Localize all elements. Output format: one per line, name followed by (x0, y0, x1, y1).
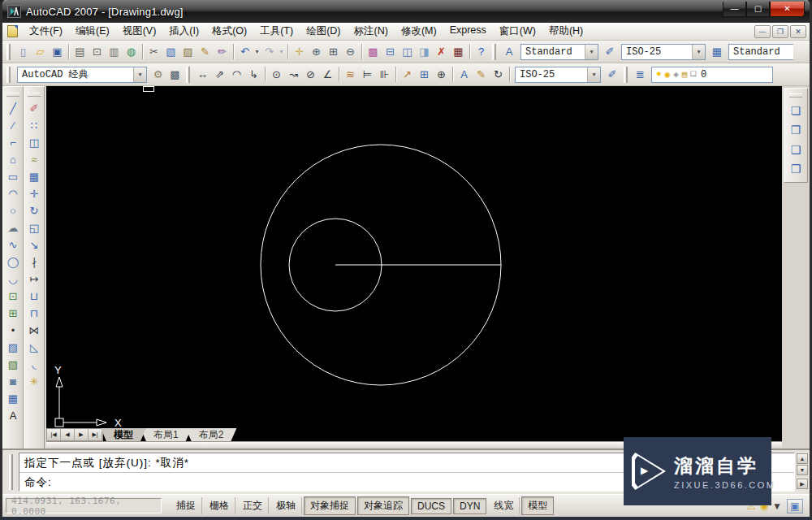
send-under-objects-icon[interactable]: ❒ (788, 159, 805, 179)
dim-arc-length-icon[interactable]: ◠ (228, 66, 245, 83)
tab-prev-button[interactable]: ◀ (61, 429, 75, 440)
publish-icon[interactable]: ▥ (106, 43, 123, 60)
dim-style-combo-2[interactable]: ISO-25 ▼ (515, 67, 601, 83)
gradient-icon[interactable]: ▧ (5, 356, 22, 373)
mdi-minimize-button[interactable]: — (754, 25, 771, 38)
layout-tab[interactable]: 模型 (101, 428, 146, 441)
sheet-set-manager-icon[interactable]: ◨ (416, 43, 433, 60)
plot-icon[interactable]: ▤ (71, 43, 89, 60)
dim-radius-icon[interactable]: ⊙ (268, 66, 285, 83)
copy-object-icon[interactable]: ∷ (26, 117, 43, 134)
mtext-icon[interactable]: A (5, 407, 22, 424)
dim-linear-icon[interactable]: ↔ (194, 66, 211, 83)
undo-dropdown-icon[interactable]: ▾ (253, 43, 261, 60)
menu-item[interactable]: 工具(T) (253, 22, 300, 41)
toolbar-grip[interactable] (6, 67, 11, 83)
point-icon[interactable]: • (5, 322, 22, 339)
status-toggle[interactable]: DUCS (411, 498, 451, 514)
status-toggle[interactable]: 栅格 (204, 497, 235, 514)
rotate-icon[interactable]: ↻ (26, 202, 43, 219)
undo-icon[interactable]: ↶ (236, 43, 253, 60)
scroll-down-icon[interactable]: ▼ (797, 465, 808, 475)
construction-line-icon[interactable]: ∕ (5, 117, 22, 134)
publish-web-icon[interactable]: ◍ (123, 43, 140, 60)
cut-icon[interactable]: ✂ (145, 43, 162, 60)
dim-text-edit-icon[interactable]: ✎ (473, 66, 490, 83)
redo-dropdown-icon[interactable]: ▾ (278, 43, 285, 60)
dim-style-icon[interactable]: ✐ (603, 66, 621, 83)
layout-tab[interactable]: 布局1 (140, 428, 192, 441)
menu-item[interactable]: 修改(M) (395, 22, 443, 41)
rectangle-icon[interactable]: ▭ (5, 168, 22, 185)
help-icon[interactable]: ? (473, 43, 490, 60)
status-toggle[interactable]: 极轴 (270, 497, 302, 514)
tab-last-button[interactable]: ▶| (89, 429, 102, 440)
dim-jogged-icon[interactable]: ↝ (285, 66, 302, 83)
minimize-button[interactable]: — (723, 2, 746, 17)
ellipse-arc-icon[interactable]: ◡ (5, 271, 22, 288)
layer-on-icon[interactable]: ● (656, 69, 662, 80)
hatch-icon[interactable]: ▨ (5, 339, 22, 356)
workspace-settings-icon[interactable]: ▩ (166, 66, 184, 83)
offset-icon[interactable]: ≈ (26, 151, 43, 168)
toolbar-grip[interactable] (6, 44, 11, 60)
table-icon[interactable]: ▦ (5, 390, 22, 407)
line-icon[interactable]: ╱ (5, 100, 22, 117)
layer-freeze-icon[interactable]: ◉ (665, 69, 671, 80)
qnew-icon[interactable]: ▯ (15, 43, 32, 60)
mdi-restore-button[interactable]: ❐ (772, 25, 788, 38)
layer-lock-icon[interactable]: ◈ (673, 69, 679, 80)
chamfer-icon[interactable]: ◺ (26, 339, 43, 356)
send-to-back-icon[interactable]: ❐ (788, 120, 805, 140)
zoom-window-icon[interactable]: ⊞ (325, 43, 342, 60)
dim-ordinate-icon[interactable]: ↳ (245, 66, 262, 83)
markup-icon[interactable]: ✗ (433, 43, 450, 60)
status-toggle[interactable]: 正交 (237, 497, 269, 514)
dim-continue-icon[interactable]: ⊪ (376, 66, 393, 83)
trim-icon[interactable]: ∤ (26, 254, 43, 271)
scroll-right-icon[interactable]: ▶ (797, 479, 808, 489)
status-toggle[interactable]: 捕捉 (171, 497, 202, 514)
maximize-button[interactable]: ▢ (746, 2, 770, 17)
polygon-icon[interactable]: ⌂ (5, 151, 22, 168)
match-properties-icon[interactable]: ✎ (197, 43, 214, 60)
bring-to-front-icon[interactable]: ❏ (788, 101, 805, 120)
break-icon[interactable]: ⊓ (26, 305, 43, 322)
menu-item[interactable]: 帮助(H) (542, 22, 590, 41)
designcenter-icon[interactable]: ⊟ (382, 43, 399, 60)
explode-icon[interactable]: ✳ (26, 373, 43, 390)
array-icon[interactable]: ▦ (26, 168, 43, 185)
mdi-close-button[interactable]: ✕ (790, 25, 806, 38)
ellipse-icon[interactable]: ◯ (5, 254, 22, 271)
block-editor-icon[interactable]: ✏ (214, 43, 231, 60)
copy-icon[interactable]: ▧ (162, 43, 179, 60)
toolbar-grip[interactable] (624, 67, 628, 83)
dim-update-icon[interactable]: ↻ (490, 66, 507, 83)
save-icon[interactable]: ▣ (49, 43, 66, 60)
quick-leader-icon[interactable]: ↗ (399, 66, 416, 83)
move-icon[interactable]: ✛ (26, 185, 43, 202)
clean-screen-button[interactable]: ▣ (787, 499, 803, 514)
scroll-up-icon[interactable]: ▲ (797, 453, 808, 464)
menu-item[interactable]: 绘图(D) (300, 22, 347, 41)
status-toggle[interactable]: 线宽 (488, 497, 520, 514)
dim-baseline-icon[interactable]: ⊨ (359, 66, 376, 83)
table-style-combo[interactable]: Standard (728, 44, 793, 60)
dim-diameter-icon[interactable]: ⊘ (302, 66, 319, 83)
paste-icon[interactable]: ▨ (179, 43, 197, 60)
erase-icon[interactable]: ✐ (26, 100, 43, 117)
dim-aligned-icon[interactable]: ⇗ (211, 66, 228, 83)
menu-item[interactable]: Express (443, 22, 493, 41)
dim-edit-icon[interactable]: A (456, 66, 473, 83)
revision-cloud-icon[interactable]: ☁ (5, 219, 22, 236)
layer-plot-icon[interactable]: ▤ (682, 69, 688, 80)
open-icon[interactable]: ▱ (32, 43, 49, 60)
dim-angular-icon[interactable]: ∠ (319, 66, 336, 83)
tolerance-icon[interactable]: ⊞ (416, 66, 433, 83)
tray-dropdown-icon[interactable]: ▼ (772, 500, 782, 512)
layer-combo[interactable]: ●◉◈▤□ 0 (651, 67, 773, 83)
scale-icon[interactable]: ◱ (26, 219, 43, 236)
make-block-icon[interactable]: ⊞ (5, 305, 22, 322)
break-at-point-icon[interactable]: ⊔ (26, 288, 43, 305)
menu-item[interactable]: 文件(F) (23, 22, 69, 41)
